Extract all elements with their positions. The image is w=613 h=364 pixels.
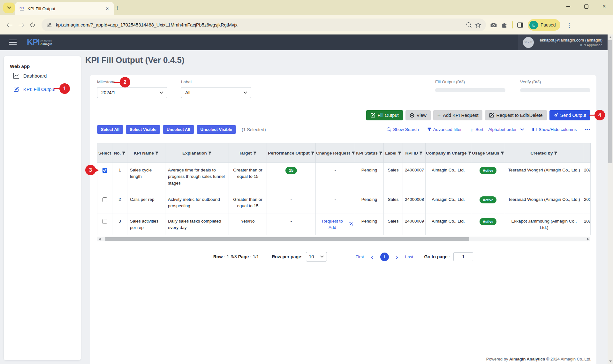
page-scrollbar[interactable] (608, 34, 613, 364)
window-minimize-button[interactable] (559, 0, 577, 13)
funnel-icon[interactable] (468, 151, 471, 155)
col-kpi-status[interactable]: KPI Status (355, 143, 384, 163)
site-settings-icon[interactable] (47, 22, 52, 28)
reload-button[interactable] (27, 19, 38, 31)
funnel-icon[interactable] (398, 151, 401, 155)
url-bar[interactable]: kpi.aimagin.com/?_appId=app_170254531448… (42, 19, 486, 31)
goto-page-label: Go to page : (424, 254, 450, 259)
advanced-filter-link[interactable]: Advanced filter (427, 127, 462, 132)
col-select[interactable]: Select (97, 143, 112, 163)
user-role: KPI Appraisee (580, 43, 602, 47)
reload-icon (30, 22, 35, 28)
back-button[interactable] (4, 19, 15, 31)
page-title: KPI Fill Output (Ver 0.4.5) (85, 55, 185, 65)
funnel-icon[interactable] (253, 151, 257, 155)
col-change-request[interactable]: Change Request (316, 143, 355, 163)
edit-icon (13, 87, 19, 92)
zoom-icon[interactable] (466, 22, 472, 27)
funnel-icon[interactable] (419, 151, 423, 155)
scrollbar-thumb[interactable] (608, 40, 612, 163)
usage-status-badge: Active (480, 167, 496, 174)
goto-page-input[interactable] (453, 252, 473, 261)
new-tab-button[interactable]: + (112, 3, 122, 13)
show-search-link[interactable]: Show Search (387, 127, 419, 132)
last-page-link[interactable]: Last (405, 254, 413, 259)
rows-per-page-select[interactable]: 10 (306, 252, 327, 262)
funnel-icon[interactable] (155, 151, 159, 155)
funnel-icon[interactable] (379, 151, 382, 155)
current-page-button[interactable]: 1 (380, 253, 389, 261)
funnel-icon[interactable] (208, 151, 212, 155)
unselect-all-button[interactable]: Unselect All (163, 125, 194, 134)
browser-tab[interactable]: KPI KPI Fill Output ✕ (15, 2, 114, 15)
col-usage-status[interactable]: Usage Status (471, 143, 505, 163)
col-performance-output[interactable]: Performance Output (267, 143, 316, 163)
extensions-icon[interactable] (501, 22, 508, 28)
sort-control[interactable]: ↓↑ Sort: Alphabet order (470, 127, 524, 132)
send-output-button[interactable]: Send Output (549, 110, 590, 120)
select-all-button[interactable]: Select All (97, 125, 123, 134)
table-horizontal-scrollbar[interactable] (97, 237, 590, 241)
milestone-select[interactable]: 2024/1 (97, 87, 167, 98)
tab-close-icon[interactable]: ✕ (104, 6, 110, 11)
sort-arrows-icon: ↓↑ (470, 127, 473, 132)
scroll-left-icon[interactable] (97, 237, 102, 241)
col-label[interactable]: Label (384, 143, 403, 163)
select-visible-button[interactable]: Select Visible (126, 125, 160, 134)
app-header: KPI Analytics Aimagin 32 x 32 ekkapot.j@… (0, 34, 608, 50)
scroll-down-icon[interactable] (608, 359, 613, 364)
hamburger-menu-icon[interactable] (7, 38, 19, 47)
funnel-icon[interactable] (311, 151, 314, 155)
forward-button[interactable] (15, 19, 27, 31)
bookmark-star-icon[interactable] (475, 22, 481, 28)
request-edit-delete-button[interactable]: Request to Edit/Delete (485, 110, 547, 120)
col-company-in-charge[interactable]: Company in Charge (426, 143, 471, 163)
col-kpi-id[interactable]: KPI ID (403, 143, 426, 163)
window-close-button[interactable]: ✕ (595, 0, 613, 13)
more-options-icon[interactable]: ••• (585, 127, 590, 132)
url-text[interactable]: kpi.aimagin.com/?_appId=app_170254531448… (56, 22, 463, 27)
next-page-icon[interactable]: › (396, 254, 398, 260)
show-hide-columns-link[interactable]: Show/Hide columns (532, 127, 577, 132)
tab-search-button[interactable] (3, 3, 15, 13)
add-kpi-request-button[interactable]: + Add KPI Request (433, 110, 483, 120)
sidebar-item-dashboard[interactable]: Dashboard (4, 69, 81, 82)
verify-progress-label: Verify (0/3) (520, 80, 541, 84)
window-maximize-button[interactable] (577, 0, 595, 13)
request-to-add-link[interactable]: Request to Add (318, 218, 353, 231)
funnel-icon[interactable] (122, 151, 125, 155)
label-select[interactable]: All (181, 87, 251, 98)
col-no[interactable]: No. (112, 143, 127, 163)
row-checkbox[interactable] (102, 219, 107, 224)
funnel-icon[interactable] (501, 151, 504, 155)
funnel-icon[interactable] (352, 151, 355, 155)
col-target[interactable]: Target (229, 143, 267, 163)
chevron-down-icon (520, 128, 524, 131)
unselect-visible-button[interactable]: Unselect Visible (197, 125, 236, 134)
kpi-logo[interactable]: KPI Analytics Aimagin (27, 38, 52, 47)
plus-icon: + (437, 113, 441, 118)
user-menu[interactable]: 32 x 32 ekkapot.j@aimagin.com (aimagin) … (518, 34, 608, 50)
col-kpi-name[interactable]: KPI Name (127, 143, 165, 163)
scrollbar-thumb[interactable] (105, 237, 469, 241)
col-created-by[interactable]: Created by (505, 143, 583, 163)
view-button[interactable]: View (405, 110, 431, 120)
scroll-right-icon[interactable] (586, 237, 590, 241)
fill-output-button[interactable]: Fill Output (366, 110, 403, 120)
scroll-up-icon[interactable] (608, 34, 613, 40)
toolbar-right-icons: E Paused ⋮ (490, 19, 572, 31)
side-panel-icon[interactable] (517, 22, 523, 28)
prev-page-icon[interactable]: ‹ (371, 254, 373, 260)
edit-icon (349, 222, 353, 226)
browser-toolbar: kpi.aimagin.com/?_appId=app_170254531448… (0, 15, 613, 34)
row-checkbox[interactable] (102, 197, 107, 202)
row-checkbox[interactable] (102, 168, 107, 173)
label-label: Label (181, 80, 192, 84)
funnel-icon[interactable] (554, 151, 557, 155)
col-explanation[interactable]: Explanation (165, 143, 229, 163)
first-page-link[interactable]: First (356, 254, 364, 259)
browser-profile-chip[interactable]: E Paused (528, 19, 560, 31)
search-icon (387, 127, 391, 132)
browser-menu-icon[interactable]: ⋮ (566, 21, 572, 29)
camera-icon[interactable] (490, 22, 497, 28)
